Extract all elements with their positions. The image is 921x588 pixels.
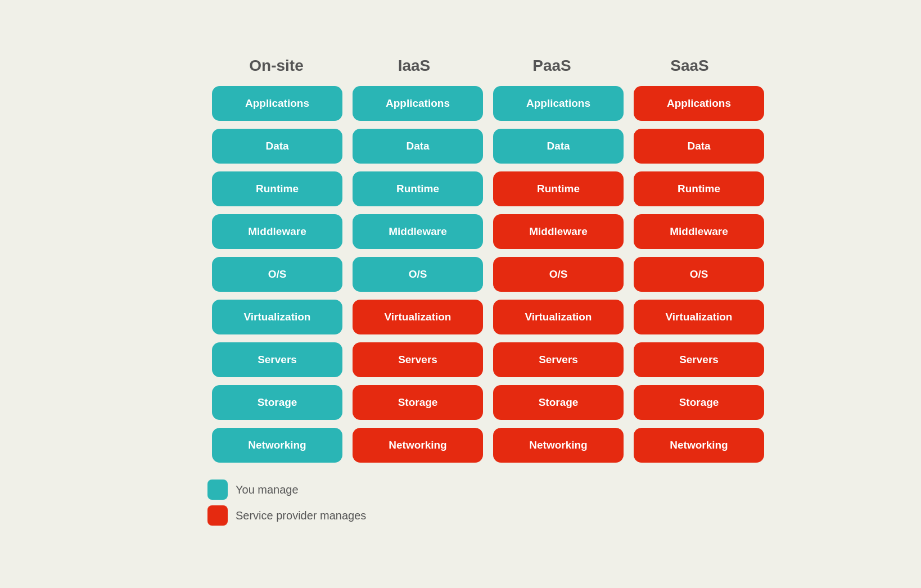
legend-red: Service provider manages: [207, 505, 764, 526]
column-headers: On-site IaaS PaaS SaaS: [157, 57, 764, 75]
pill-applications-col1: Applications: [353, 86, 483, 121]
legend-red-box: [207, 505, 228, 526]
pill-networking-col3: Networking: [634, 428, 764, 463]
header-spacer: [162, 57, 207, 75]
pill-middleware-col1: Middleware: [353, 214, 483, 249]
pill-o-s-col1: O/S: [353, 257, 483, 292]
header-onsite: On-site: [207, 57, 345, 75]
pill-servers-col0: Servers: [212, 342, 342, 377]
pill-o-s-col2: O/S: [493, 257, 624, 292]
pill-storage-col3: Storage: [634, 385, 764, 420]
legend-teal-box: [207, 480, 228, 500]
legend-teal-label: You manage: [236, 483, 299, 496]
header-saas: SaaS: [621, 57, 759, 75]
pill-virtualization-col2: Virtualization: [493, 300, 624, 334]
pill-storage-col0: Storage: [212, 385, 342, 420]
main-container: On-site IaaS PaaS SaaS ApplicationsAppli…: [123, 34, 798, 554]
pill-networking-col2: Networking: [493, 428, 624, 463]
pill-virtualization-col0: Virtualization: [212, 300, 342, 334]
pill-data-col3: Data: [634, 129, 764, 164]
pill-runtime-col2: Runtime: [493, 171, 624, 206]
pill-servers-col3: Servers: [634, 342, 764, 377]
pill-applications-col2: Applications: [493, 86, 624, 121]
pill-middleware-col2: Middleware: [493, 214, 624, 249]
pill-data-col0: Data: [212, 129, 342, 164]
pill-virtualization-col1: Virtualization: [353, 300, 483, 334]
pill-networking-col1: Networking: [353, 428, 483, 463]
pill-o-s-col3: O/S: [634, 257, 764, 292]
pill-data-col2: Data: [493, 129, 624, 164]
pill-middleware-col3: Middleware: [634, 214, 764, 249]
pill-data-col1: Data: [353, 129, 483, 164]
header-iaas: IaaS: [345, 57, 483, 75]
pill-runtime-col3: Runtime: [634, 171, 764, 206]
legend: You manage Service provider manages: [157, 480, 764, 526]
legend-red-label: Service provider manages: [236, 509, 366, 522]
pill-storage-col1: Storage: [353, 385, 483, 420]
pill-virtualization-col3: Virtualization: [634, 300, 764, 334]
comparison-grid: ApplicationsApplicationsApplicationsAppl…: [157, 86, 764, 463]
pill-networking-col0: Networking: [212, 428, 342, 463]
pill-applications-col3: Applications: [634, 86, 764, 121]
pill-middleware-col0: Middleware: [212, 214, 342, 249]
legend-teal: You manage: [207, 480, 764, 500]
pill-servers-col2: Servers: [493, 342, 624, 377]
pill-runtime-col0: Runtime: [212, 171, 342, 206]
pill-o-s-col0: O/S: [212, 257, 342, 292]
pill-storage-col2: Storage: [493, 385, 624, 420]
pill-servers-col1: Servers: [353, 342, 483, 377]
pill-runtime-col1: Runtime: [353, 171, 483, 206]
header-paas: PaaS: [483, 57, 621, 75]
pill-applications-col0: Applications: [212, 86, 342, 121]
